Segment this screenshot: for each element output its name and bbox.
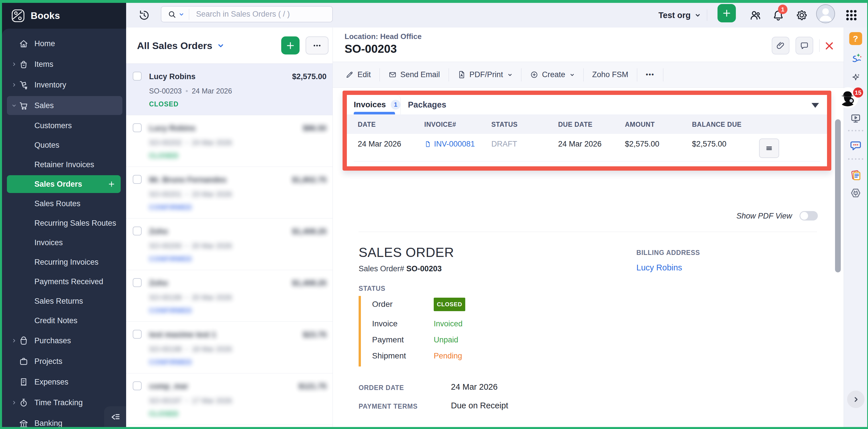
chevron-right-icon[interactable] <box>11 82 17 88</box>
chevron-right-icon[interactable] <box>11 338 17 344</box>
detail-scrollbar[interactable] <box>835 119 841 272</box>
row-checkbox[interactable] <box>133 330 142 339</box>
order-meta: SO-0020020 Mar 2026 <box>149 242 232 250</box>
toolbar--[interactable]: ••• <box>646 71 654 79</box>
user-avatar[interactable] <box>816 4 835 23</box>
toolbar-edit[interactable]: Edit <box>345 70 371 79</box>
list-view-selector[interactable]: All Sales Orders <box>137 28 224 64</box>
toolbar-pdf-print[interactable]: PDF/Print <box>458 70 513 79</box>
sidebar-nav: HomeItemsInventorySalesCustomersQuotesRe… <box>2 29 126 427</box>
sidebar-item-credit-notes[interactable]: Credit Notes <box>2 311 126 330</box>
sales-order-row[interactable]: test maxime test 1$23.75SO-0019818 Mar 2… <box>126 322 333 373</box>
sidebar-item-sales-orders[interactable]: Sales Orders <box>2 174 126 194</box>
sidebar-item-sales[interactable]: Sales <box>2 95 126 116</box>
sales-order-row[interactable]: comp_mar$121.75SO-0019717 Mar 2026CLOSED <box>126 373 333 425</box>
row-checkbox[interactable] <box>133 278 142 287</box>
dots-separator <box>848 130 863 131</box>
list-more-button[interactable] <box>306 36 329 55</box>
file-icon <box>424 141 431 148</box>
sidebar-collapse-button[interactable] <box>104 406 126 427</box>
toolbar-zoho-fsm[interactable]: Zoho FSM <box>592 70 628 79</box>
settings-gear-icon[interactable] <box>796 9 808 22</box>
sidebar-item-invoices[interactable]: Invoices <box>2 233 126 252</box>
invoice-due-date: 24 Mar 2026 <box>558 140 602 149</box>
help-icon[interactable]: ? <box>849 32 862 45</box>
sidebar-item-customers[interactable]: Customers <box>2 116 126 135</box>
tab-invoices[interactable]: Invoices 1 <box>347 95 401 115</box>
sidebar-item-home[interactable]: Home <box>2 33 126 54</box>
quick-create-button[interactable] <box>717 4 736 22</box>
nav-label: Sales <box>34 101 54 110</box>
chevron-right-icon[interactable] <box>11 399 17 406</box>
sidebar-item-recurring-sales-routes[interactable]: Recurring Sales Routes <box>2 213 126 233</box>
sidebar-item-expenses[interactable]: Expenses <box>2 372 126 392</box>
zia-icon[interactable] <box>848 52 863 66</box>
toolbar-send-email[interactable]: Send Email <box>389 70 440 79</box>
users-icon[interactable] <box>749 9 762 22</box>
comments-button[interactable] <box>796 37 813 55</box>
monitor-play-icon[interactable] <box>850 113 861 124</box>
detail-toolbar: EditSend EmailPDF/PrintCreateZoho FSM••• <box>333 62 844 88</box>
sidebar-item-purchases[interactable]: Purchases <box>2 330 126 351</box>
org-selector[interactable]: Test org <box>658 3 701 28</box>
sales-order-row[interactable]: Lucy Robins$86.50SO-0020224 Mar 2026CLOS… <box>126 115 333 167</box>
sales-order-row[interactable]: Zoho$1,408.25SO-0019920 Mar 2026CONFIRME… <box>126 270 333 322</box>
sales-order-row[interactable]: Zoho$1,408.25SO-0020020 Mar 2026CONFIRME… <box>126 218 333 270</box>
order-meta: SO-0019717 Mar 2026 <box>149 397 232 405</box>
row-checkbox[interactable] <box>133 175 142 184</box>
search-scope-chevron-icon[interactable] <box>179 11 184 17</box>
sidebar-item-retainer-invoices[interactable]: Retainer Invoices <box>2 155 126 174</box>
add-sales-order-icon[interactable] <box>108 180 115 188</box>
sparkle-icon[interactable] <box>850 72 861 83</box>
billing-address-name-link[interactable]: Lucy Robins <box>637 263 682 272</box>
toolbar-create[interactable]: Create <box>530 70 575 79</box>
sales-order-number-title: SO-00203 <box>345 42 397 55</box>
toolbar-label: Send Email <box>400 70 440 79</box>
row-separator <box>354 161 820 161</box>
customer-name: test maxime test 1 <box>149 330 216 339</box>
purchases-icon <box>19 336 29 346</box>
attachments-button[interactable] <box>772 37 789 55</box>
chat-dots-icon[interactable] <box>849 140 862 152</box>
invoice-row-menu-button[interactable] <box>759 139 779 158</box>
sales-order-row[interactable]: Lucy Robins$2,575.00SO-0020324 Mar 2026C… <box>126 64 333 115</box>
tab-packages[interactable]: Packages <box>408 95 446 115</box>
sidebar-item-inventory[interactable]: Inventory <box>2 74 126 95</box>
row-checkbox[interactable] <box>133 381 142 390</box>
invoice-number-link[interactable]: INV-000081 <box>424 140 475 149</box>
status-row-shipment: ShipmentPending <box>372 350 462 362</box>
chevron-down-icon[interactable] <box>11 102 17 109</box>
time-tracking-icon <box>19 398 29 408</box>
row-checkbox[interactable] <box>133 72 142 81</box>
sidebar-item-quotes[interactable]: Quotes <box>2 135 126 155</box>
new-sales-order-button[interactable] <box>281 36 300 55</box>
header-divider <box>819 39 819 52</box>
column-header-date: DATE <box>358 121 376 128</box>
sidebar-item-projects[interactable]: Projects <box>2 351 126 372</box>
search-input[interactable]: Search in Sales Orders ( / ) <box>161 6 333 22</box>
hexagon-plug-icon[interactable] <box>849 186 862 200</box>
expand-panel-button[interactable] <box>847 391 865 408</box>
chevron-right-icon[interactable] <box>11 61 17 67</box>
app-grid-icon[interactable] <box>845 9 858 22</box>
invoice-number: INV-000081 <box>424 140 475 149</box>
row-checkbox[interactable] <box>133 226 142 236</box>
sidebar-item-sales-routes[interactable]: Sales Routes <box>2 194 126 213</box>
customer-name: Zoho <box>149 279 168 287</box>
nav-label: Invoices <box>34 238 63 247</box>
sidebar-item-payments-received[interactable]: Payments Received <box>2 272 126 292</box>
sidebar-item-sales-returns[interactable]: Sales Returns <box>2 292 126 311</box>
show-pdf-view-toggle[interactable] <box>800 211 818 220</box>
sidebar-item-items[interactable]: Items <box>2 54 126 74</box>
collapse-section-caret-icon[interactable] <box>811 103 819 108</box>
list-header: All Sales Orders <box>126 28 333 64</box>
row-checkbox[interactable] <box>133 123 142 132</box>
sidebar: Books HomeItemsInventorySalesCustomersQu… <box>2 3 126 427</box>
recent-history-icon[interactable] <box>138 9 150 21</box>
sidebar-item-recurring-invoices[interactable]: Recurring Invoices <box>2 252 126 272</box>
sales-order-row[interactable]: Mr. Bruno Fernandes$1,802.75SO-0020123 M… <box>126 167 333 218</box>
order-amount: $121.75 <box>299 382 327 391</box>
pdf-view-row: Show PDF View <box>333 208 844 225</box>
close-icon[interactable] <box>824 41 834 51</box>
documents-icon[interactable] <box>849 168 862 182</box>
